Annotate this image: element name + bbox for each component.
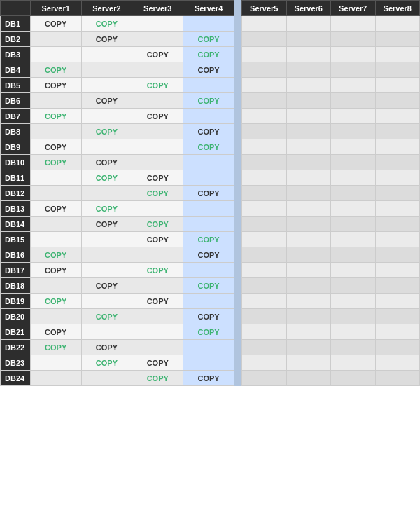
right-cell-DB21-s7 <box>331 324 376 340</box>
right-cell-DB9-s8 <box>375 139 420 155</box>
cell-DB4-s4: COPY <box>183 62 234 78</box>
cell-DB1-s4 <box>183 16 234 32</box>
cell-DB16-s1: COPY <box>30 247 81 263</box>
cell-DB15-s3: COPY <box>132 232 183 247</box>
right-cell-DB24-s5 <box>242 371 287 386</box>
table-row: DB2COPYCOPY <box>1 32 234 47</box>
cell-DB7-s1: COPY <box>30 109 81 124</box>
cell-DB7-s2 <box>81 109 132 124</box>
right-cell-DB3-s6 <box>286 47 331 62</box>
cell-DB18-s1 <box>30 278 81 294</box>
right-cell-DB6-s7 <box>331 93 376 109</box>
right-cell-DB22-s5 <box>242 340 287 355</box>
right-cell-DB20-s6 <box>286 309 331 324</box>
right-cell-DB13-s8 <box>375 201 420 217</box>
cell-DB18-s4: COPY <box>183 278 234 294</box>
right-cell-DB24-s8 <box>375 371 420 386</box>
table-row: DB23COPYCOPY <box>1 355 234 371</box>
right-cell-DB20-s8 <box>375 309 420 324</box>
right-cell-DB18-s5 <box>242 278 287 294</box>
cell-DB21-s4: COPY <box>183 324 234 340</box>
right-header-row: Server5Server6Server7Server8 <box>242 1 420 16</box>
cell-DB3-s3: COPY <box>132 47 183 62</box>
cell-DB10-s2: COPY <box>81 155 132 170</box>
right-cell-DB4-s5 <box>242 62 287 78</box>
right-cell-DB22-s8 <box>375 340 420 355</box>
right-table-row <box>242 247 420 263</box>
right-table-row <box>242 371 420 386</box>
right-cell-DB12-s7 <box>331 186 376 201</box>
db-label-DB14: DB14 <box>1 217 31 232</box>
cell-DB11-s3: COPY <box>132 170 183 186</box>
right-cell-DB5-s7 <box>331 78 376 93</box>
right-cell-DB21-s6 <box>286 324 331 340</box>
right-table-row <box>242 324 420 340</box>
right-table-row <box>242 139 420 155</box>
cell-DB22-s4 <box>183 340 234 355</box>
right-cell-DB2-s6 <box>286 32 331 47</box>
right-cell-DB9-s6 <box>286 139 331 155</box>
main-grid: Server1Server2Server3Server4 DB1COPYCOPY… <box>0 0 420 386</box>
cell-DB14-s4 <box>183 217 234 232</box>
table-row: DB20COPYCOPY <box>1 309 234 324</box>
table-row: DB15COPYCOPY <box>1 232 234 247</box>
cell-DB8-s4: COPY <box>183 124 234 139</box>
cell-DB11-s1 <box>30 170 81 186</box>
right-cell-DB21-s5 <box>242 324 287 340</box>
right-table-row <box>242 263 420 278</box>
cell-DB3-s4: COPY <box>183 47 234 62</box>
right-cell-DB4-s7 <box>331 62 376 78</box>
cell-DB15-s4: COPY <box>183 232 234 247</box>
db-label-DB11: DB11 <box>1 170 31 186</box>
cell-DB20-s1 <box>30 309 81 324</box>
right-cell-DB21-s8 <box>375 324 420 340</box>
left-panel: Server1Server2Server3Server4 DB1COPYCOPY… <box>0 0 234 386</box>
right-cell-DB11-s5 <box>242 170 287 186</box>
right-table-row <box>242 109 420 124</box>
cell-DB9-s4: COPY <box>183 139 234 155</box>
cell-DB13-s4 <box>183 201 234 217</box>
db-label-DB2: DB2 <box>1 32 31 47</box>
table-row: DB6COPYCOPY <box>1 93 234 109</box>
cell-DB20-s4: COPY <box>183 309 234 324</box>
cell-DB24-s1 <box>30 371 81 386</box>
right-cell-DB1-s8 <box>375 16 420 32</box>
left-header-1: Server1 <box>30 1 81 16</box>
left-header-row: Server1Server2Server3Server4 <box>1 1 234 16</box>
cell-DB3-s2 <box>81 47 132 62</box>
table-row: DB10COPYCOPY <box>1 155 234 170</box>
right-cell-DB3-s8 <box>375 47 420 62</box>
right-table-row <box>242 355 420 371</box>
right-cell-DB19-s6 <box>286 294 331 309</box>
left-header-0 <box>1 1 31 16</box>
right-cell-DB18-s8 <box>375 278 420 294</box>
right-cell-DB6-s5 <box>242 93 287 109</box>
db-label-DB9: DB9 <box>1 139 31 155</box>
cell-DB9-s3 <box>132 139 183 155</box>
table-row: DB8COPYCOPY <box>1 124 234 139</box>
db-label-DB7: DB7 <box>1 109 31 124</box>
cell-DB10-s4 <box>183 155 234 170</box>
table-row: DB18COPYCOPY <box>1 278 234 294</box>
cell-DB14-s3: COPY <box>132 217 183 232</box>
right-table-row <box>242 278 420 294</box>
cell-DB17-s1: COPY <box>30 263 81 278</box>
right-header-3: Server8 <box>375 1 420 16</box>
db-label-DB16: DB16 <box>1 247 31 263</box>
cell-DB22-s3 <box>132 340 183 355</box>
panel-divider <box>234 0 241 386</box>
cell-DB18-s3 <box>132 278 183 294</box>
cell-DB18-s2: COPY <box>81 278 132 294</box>
right-cell-DB15-s7 <box>331 232 376 247</box>
cell-DB8-s3 <box>132 124 183 139</box>
right-panel: Server5Server6Server7Server8 <box>241 0 420 386</box>
db-label-DB17: DB17 <box>1 263 31 278</box>
db-label-DB1: DB1 <box>1 16 31 32</box>
table-row: DB24COPYCOPY <box>1 371 234 386</box>
right-header-0: Server5 <box>242 1 287 16</box>
cell-DB20-s2: COPY <box>81 309 132 324</box>
left-table: Server1Server2Server3Server4 DB1COPYCOPY… <box>0 0 234 386</box>
table-row: DB22COPYCOPY <box>1 340 234 355</box>
right-table-row <box>242 16 420 32</box>
table-row: DB19COPYCOPY <box>1 294 234 309</box>
